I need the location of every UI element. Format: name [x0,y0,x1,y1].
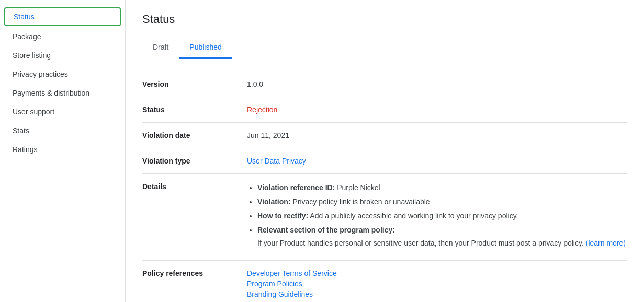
sidebar-item-payments-distribution[interactable]: Payments & distribution [0,84,125,102]
status-table: Version 1.0.0 Status Rejection Violation… [142,72,627,302]
learn-more-link[interactable]: (learn more) [586,239,626,247]
sidebar-item-status[interactable]: Status [4,7,121,26]
sidebar-item-label: Stats [13,126,29,135]
detail-item-1: Violation: Privacy policy link is broken… [257,196,627,207]
page-title: Status [142,13,627,26]
detail-rest-2: Add a publicly accessible and working li… [308,212,518,220]
detail-rest-1: Privacy policy link is broken or unavail… [291,198,430,206]
status-value: Rejection [247,106,627,114]
details-label: Details [142,182,247,191]
sidebar-item-label: Status [14,13,35,21]
violation-type-row: Violation type User Data Privacy [142,148,627,174]
detail-paragraph-text: If your Product handles personal or sens… [257,239,584,247]
version-label: Version [142,80,247,88]
detail-bold-0: Violation reference ID: [257,183,335,192]
violation-date-row: Violation date Jun 11, 2021 [142,123,627,148]
sidebar-item-store-listing[interactable]: Store listing [0,46,125,65]
details-list: Violation reference ID: Purple Nickel Vi… [247,182,627,249]
policy-references-row: Policy references Developer Terms of Ser… [142,261,627,302]
detail-item-3: Relevant section of the program policy: … [257,225,627,249]
policy-link-branding-guidelines[interactable]: Branding Guidelines [247,290,627,298]
sidebar-item-ratings[interactable]: Ratings [0,140,125,159]
detail-bold-3: Relevant section of the program policy: [257,226,395,234]
policy-references-label: Policy references [142,269,247,277]
sidebar-item-label: Privacy practices [13,70,68,78]
policy-links-container: Developer Terms of Service Program Polic… [247,269,627,298]
policy-references-value: Developer Terms of Service Program Polic… [247,269,627,298]
version-value: 1.0.0 [247,80,627,88]
sidebar-item-package[interactable]: Package [0,27,125,46]
sidebar-item-user-support[interactable]: User support [0,102,125,121]
details-row: Details Violation reference ID: Purple N… [142,174,627,261]
detail-item-2: How to rectify: Add a publicly accessibl… [257,211,627,222]
tab-draft[interactable]: Draft [142,37,179,59]
sidebar-item-label: Ratings [13,145,37,154]
status-row: Status Rejection [142,97,627,123]
details-value: Violation reference ID: Purple Nickel Vi… [247,182,627,252]
detail-rest-0: Purple Nickel [335,183,380,192]
tab-published[interactable]: Published [179,37,232,59]
policy-link-program-policies[interactable]: Program Policies [247,280,627,288]
detail-item-0: Violation reference ID: Purple Nickel [257,182,627,193]
sidebar-item-label: Package [13,32,41,41]
version-row: Version 1.0.0 [142,72,627,97]
tab-bar: Draft Published [142,37,627,59]
status-label: Status [142,106,247,114]
detail-bold-1: Violation: [257,198,291,206]
sidebar-item-label: Payments & distribution [13,89,89,97]
sidebar-item-privacy-practices[interactable]: Privacy practices [0,65,125,84]
sidebar: Status Package Store listing Privacy pra… [0,0,126,302]
main-content: Status Draft Published Version 1.0.0 Sta… [126,0,644,302]
violation-date-value: Jun 11, 2021 [247,131,627,140]
sidebar-item-stats[interactable]: Stats [0,121,125,140]
violation-type-label: Violation type [142,157,247,165]
policy-link-dev-terms[interactable]: Developer Terms of Service [247,269,627,277]
violation-type-value[interactable]: User Data Privacy [247,157,627,165]
sidebar-item-label: User support [13,108,54,116]
detail-bold-2: How to rectify: [257,212,308,220]
sidebar-item-label: Store listing [13,51,51,60]
detail-paragraph: If your Product handles personal or sens… [257,238,627,249]
violation-date-label: Violation date [142,131,247,140]
